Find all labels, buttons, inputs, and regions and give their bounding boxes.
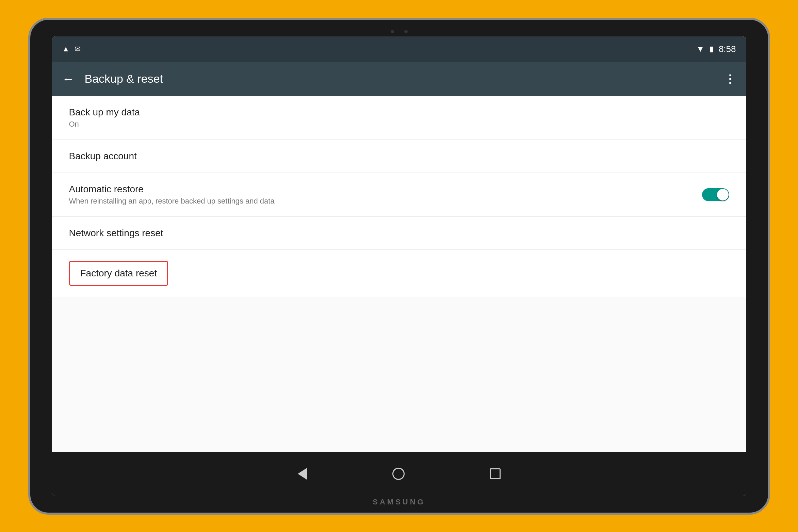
email-icon: ✉ [75,45,81,53]
backup-account-item[interactable]: Backup account [52,140,746,173]
automatic-restore-item[interactable]: Automatic restore When reinstalling an a… [52,173,746,217]
back-triangle-icon [298,468,307,480]
backup-account-text: Backup account [69,151,137,162]
recent-square-icon [490,468,501,479]
back-arrow-icon: ← [62,72,75,86]
overflow-menu-button[interactable]: ⋮ [724,72,736,85]
home-nav-button[interactable] [392,468,405,480]
tablet-device: ▲ ✉ ▼ ▮ 8:58 ← Backup & reset ⋮ [28,18,770,515]
status-icons-left: ▲ ✉ [62,45,81,53]
back-nav-button[interactable] [298,468,307,480]
clock: 8:58 [719,44,736,54]
notification-icon: ▲ [62,45,70,53]
backup-account-title: Backup account [69,151,137,162]
automatic-restore-title: Automatic restore [69,184,275,195]
back-up-my-data-item[interactable]: Back up my data On [52,96,746,140]
back-up-my-data-subtitle: On [69,120,140,129]
factory-reset-highlight-box: Factory data reset [69,261,168,286]
automatic-restore-toggle[interactable] [702,188,729,201]
navigation-bar [52,452,746,496]
status-icons-right: ▼ ▮ 8:58 [696,44,736,54]
back-button[interactable]: ← [62,72,75,86]
factory-data-reset-item[interactable]: Factory data reset [52,250,746,297]
camera-sensor [391,30,394,33]
status-bar: ▲ ✉ ▼ ▮ 8:58 [52,36,746,62]
recent-nav-button[interactable] [490,468,501,479]
app-bar: ← Backup & reset ⋮ [52,62,746,96]
content-area: Back up my data On Backup account Automa… [52,96,746,452]
overflow-icon: ⋮ [724,73,736,85]
back-up-my-data-text: Back up my data On [69,107,140,129]
page-title: Backup & reset [85,72,724,85]
camera-lens [404,30,408,33]
toggle-knob [717,189,729,200]
home-circle-icon [392,468,405,480]
tablet-screen: ▲ ✉ ▼ ▮ 8:58 ← Backup & reset ⋮ [52,36,746,496]
network-settings-reset-text: Network settings reset [69,228,163,239]
network-settings-reset-title: Network settings reset [69,228,163,239]
factory-data-reset-title: Factory data reset [80,268,157,278]
automatic-restore-subtitle: When reinstalling an app, restore backed… [69,197,275,206]
samsung-brand: SAMSUNG [373,498,425,506]
battery-icon: ▮ [710,45,714,53]
automatic-restore-text: Automatic restore When reinstalling an a… [69,184,275,206]
camera-area [391,30,408,33]
wifi-icon: ▼ [696,44,704,54]
network-settings-reset-item[interactable]: Network settings reset [52,217,746,250]
back-up-my-data-title: Back up my data [69,107,140,118]
